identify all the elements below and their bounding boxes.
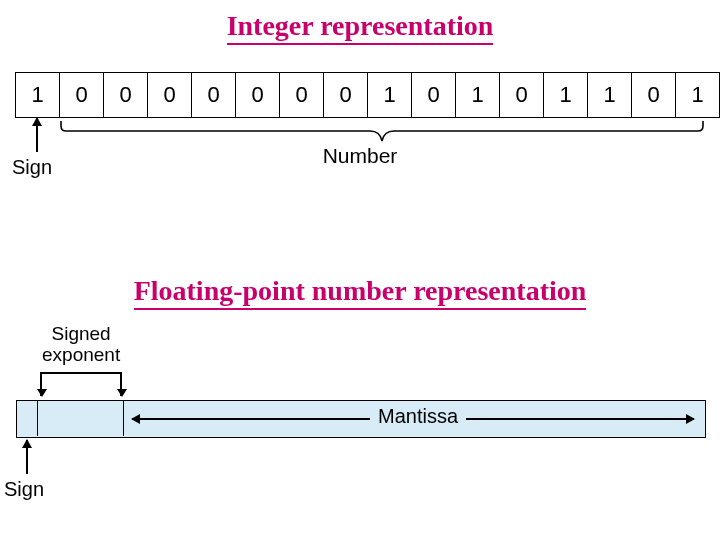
- integer-bit: 0: [280, 73, 324, 118]
- bracket-arrow-left-icon: [40, 372, 42, 396]
- integer-bit: 0: [632, 73, 676, 118]
- float-title-wrap: Floating-point number representation: [0, 275, 720, 310]
- integer-bit: 1: [368, 73, 412, 118]
- float-mantissa-label: Mantissa: [370, 405, 466, 428]
- integer-bit: 0: [192, 73, 236, 118]
- integer-bit: 0: [500, 73, 544, 118]
- integer-number-label: Number: [0, 144, 720, 168]
- float-divider-sign: [37, 400, 38, 436]
- integer-bit: 0: [104, 73, 148, 118]
- integer-bit: 1: [676, 73, 720, 118]
- bracket-arrow-right-icon: [120, 372, 122, 396]
- integer-bit: 0: [412, 73, 456, 118]
- arrow-up-icon: [26, 440, 28, 474]
- float-exponent-label: Signed exponent: [42, 324, 120, 366]
- integer-bit: 1: [588, 73, 632, 118]
- integer-bit: 0: [324, 73, 368, 118]
- integer-title-wrap: Integer representation: [0, 10, 720, 45]
- integer-bit: 0: [148, 73, 192, 118]
- bracket-icon: [40, 372, 122, 374]
- curly-brace-icon: [60, 120, 705, 142]
- integer-bit: 0: [236, 73, 280, 118]
- integer-title: Integer representation: [227, 10, 494, 45]
- float-exponent-label-line1: Signed: [52, 323, 111, 344]
- float-sign-label: Sign: [4, 478, 44, 501]
- float-exponent-label-line2: exponent: [42, 344, 120, 365]
- float-title: Floating-point number representation: [134, 275, 587, 310]
- float-divider-exponent: [123, 400, 124, 436]
- integer-bit: 0: [60, 73, 104, 118]
- integer-bit: 1: [456, 73, 500, 118]
- integer-bit: 1: [544, 73, 588, 118]
- integer-bit: 1: [16, 73, 60, 118]
- integer-bit-row: 1 0 0 0 0 0 0 0 1 0 1 0 1 1 0 1: [15, 72, 720, 118]
